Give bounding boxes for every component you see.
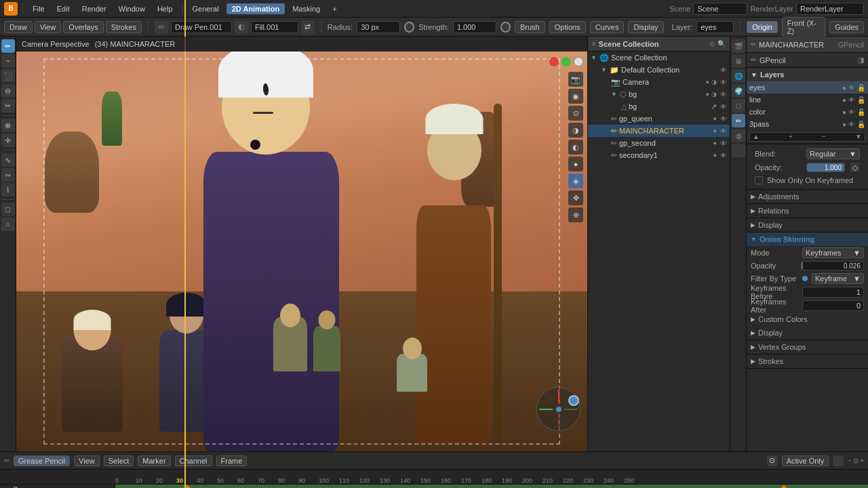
strength-input[interactable]: 1.000	[453, 21, 496, 33]
prop-render[interactable]: 🎬	[732, 39, 745, 53]
layer-color-dot[interactable]: ●	[842, 108, 846, 116]
bg-render[interactable]: ◑	[711, 91, 717, 98]
shading-mode4-btn[interactable]: ◈	[568, 174, 583, 188]
zoom-btn[interactable]: ⊕	[568, 207, 583, 222]
scene-input[interactable]: Scene	[693, 3, 747, 15]
tl-grease-pencil-btn[interactable]: Grease Pencil	[14, 455, 70, 466]
bg-mesh-item[interactable]: △ bg ↗ 👁	[588, 100, 730, 113]
layer-input[interactable]: eyes	[696, 21, 734, 33]
tl-plus-btn[interactable]: +	[860, 457, 864, 464]
keyframed-checkbox[interactable]	[755, 176, 763, 184]
bg-eye[interactable]: 👁	[720, 91, 727, 98]
prop-data[interactable]: ✏	[732, 114, 745, 127]
white-dot[interactable]	[574, 57, 583, 66]
curve-tool[interactable]: ∿	[1, 153, 15, 167]
workspace-masking[interactable]: Masking	[288, 3, 325, 14]
tl-marker-btn[interactable]: Marker	[138, 455, 170, 466]
gp-data-expand[interactable]: ◨	[858, 56, 864, 64]
layer-line-lock[interactable]: 🔓	[857, 96, 865, 104]
layer-add-btn[interactable]: +	[789, 133, 793, 140]
brush-name-input[interactable]: Draw Pen.001	[171, 21, 232, 33]
guides-btn[interactable]: Guides	[829, 21, 864, 33]
onion-display-row[interactable]: ▶ Display	[747, 326, 868, 340]
brush-settings-btn[interactable]: Brush	[515, 21, 545, 33]
tl-channel-btn[interactable]: Channel	[175, 455, 212, 466]
prop-particles[interactable]: ·	[732, 144, 745, 157]
prop-world[interactable]: 🌍	[732, 84, 745, 98]
bg-vis[interactable]: ●	[706, 91, 709, 98]
gpq-eye[interactable]: 👁	[720, 115, 727, 123]
layer-line-eye[interactable]: 👁	[848, 96, 855, 104]
onion-header[interactable]: ▼ Onion Skinning	[747, 232, 868, 246]
brush-tool-2[interactable]: ∾	[1, 168, 15, 182]
tl-minus-btn[interactable]: −	[848, 457, 852, 464]
mc-eye[interactable]: 👁	[720, 127, 727, 135]
cursor-tool[interactable]: ⊕	[1, 119, 15, 132]
layer-color-lock[interactable]: 🔓	[857, 108, 865, 116]
shading-mode-btn[interactable]: ◑	[568, 123, 583, 138]
viewport[interactable]: Camera Perspective (34) MAINCHARACTER	[16, 37, 587, 451]
options-btn[interactable]: Options	[549, 21, 586, 33]
layer-eyes-eye[interactable]: 👁	[848, 84, 855, 92]
fill-name-input[interactable]: Fill.001	[251, 21, 298, 33]
layer-3pass-dot[interactable]: ●	[842, 121, 846, 128]
color-switch-icon[interactable]: ⇄	[301, 20, 315, 34]
kf-before-value[interactable]: 1	[802, 287, 864, 298]
tl-frame-btn[interactable]: Frame	[216, 455, 248, 466]
tl-active-only-btn[interactable]: Active Only	[782, 455, 829, 466]
brush-icon-btn[interactable]: ✏	[155, 20, 168, 34]
radius-input[interactable]: 30 px	[357, 21, 400, 33]
move-tool[interactable]: ✛	[1, 134, 15, 147]
track-summary[interactable]: ▼ Summary ◆◆◆◆◆◆◆◆◆◆◆◆◆◆◆◆◆◆◆◆◆◆◆◆◆◆◆◆◆	[0, 485, 868, 488]
gps-eye[interactable]: 👁	[720, 140, 727, 147]
pan-btn[interactable]: ✥	[568, 190, 583, 205]
layer-remove-btn[interactable]: −	[822, 133, 826, 140]
filter-dropdown[interactable]: Keyframe ▼	[812, 273, 864, 284]
layer-color-eye[interactable]: 👁	[848, 108, 855, 116]
prop-scene[interactable]: 🌐	[732, 69, 745, 83]
mc-vis[interactable]: ●	[713, 127, 717, 134]
bg-group-item[interactable]: ▼ ⬡ bg ● ◑ 👁	[588, 88, 730, 100]
kf-after-value[interactable]: 0	[802, 300, 864, 311]
mode-btn[interactable]: Draw	[4, 21, 33, 33]
layer-color[interactable]: color ● 👁 🔓	[747, 106, 868, 118]
bg-mesh-arrow[interactable]: ↗	[711, 102, 717, 111]
front-view-btn[interactable]: Front (X-Z)	[782, 17, 825, 37]
square-tool[interactable]: □	[1, 203, 15, 216]
green-dot[interactable]	[561, 57, 571, 66]
cam-render-dot[interactable]: ◑	[711, 79, 717, 85]
menu-edit[interactable]: Edit	[52, 3, 75, 14]
gp-second-item[interactable]: ✏ gp_second ● 👁	[588, 137, 730, 149]
menu-help[interactable]: Help	[153, 3, 178, 14]
tl-options-icon[interactable]: ⊙	[853, 457, 859, 464]
smooth-tool[interactable]: ~	[1, 54, 15, 68]
menu-file[interactable]: File	[28, 3, 50, 14]
custom-colors-row[interactable]: ▶ Custom Colors	[747, 312, 868, 326]
dc-eye[interactable]: 👁	[720, 66, 727, 74]
cam-vis-dot[interactable]: ●	[706, 79, 709, 85]
onion-opacity-bar[interactable]: 0.026	[801, 261, 864, 270]
pen-tool[interactable]: ⌇	[1, 183, 15, 197]
menu-render[interactable]: Render	[77, 3, 111, 14]
prop-output[interactable]: 🖥	[732, 54, 745, 68]
opacity-bar[interactable]: 1.000	[806, 163, 845, 172]
layer-line[interactable]: line ● 👁 🔓	[747, 94, 868, 106]
scene-collection-root[interactable]: ▼ 🌐 Scene Collection	[588, 52, 730, 64]
nav-gizmo[interactable]	[536, 387, 580, 431]
pressure-radius-btn[interactable]	[404, 22, 414, 33]
origin-btn[interactable]: Origin	[747, 21, 777, 33]
layer-line-dot[interactable]: ●	[842, 96, 846, 104]
workspace-2d-animation[interactable]: 2D Animation	[226, 3, 285, 14]
prop-material[interactable]: ◍	[732, 129, 745, 142]
layer-3pass[interactable]: 3pass ● 👁 🔓	[747, 118, 868, 130]
strokes-header[interactable]: ▶ Strokes	[747, 354, 868, 368]
tl-search-icon[interactable]	[833, 455, 844, 466]
main-character-item[interactable]: ✏ MAINCHARACTER ● 👁	[588, 125, 730, 137]
layer-eyes-lock[interactable]: 🔓	[857, 84, 865, 92]
shading-mode2-btn[interactable]: ◐	[568, 140, 583, 155]
layer-up-btn[interactable]: ▲	[753, 133, 760, 140]
render-layer-input[interactable]: RenderLayer	[796, 3, 864, 15]
workspace-add[interactable]: +	[328, 3, 341, 14]
layer-down-btn[interactable]: ▼	[855, 133, 862, 140]
gpq-vis[interactable]: ●	[713, 115, 717, 122]
